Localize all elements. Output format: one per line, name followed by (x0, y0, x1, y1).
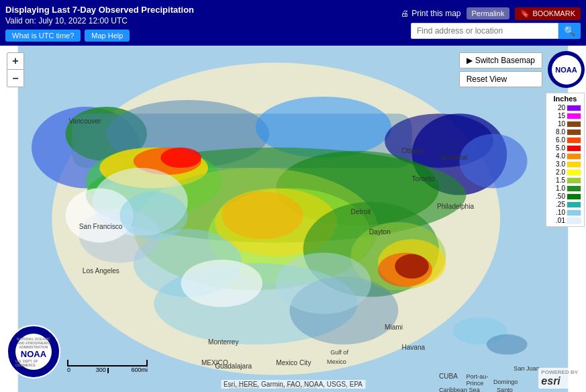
zoom-controls: + − (7, 52, 24, 87)
svg-text:Monterrey: Monterrey (208, 338, 239, 346)
switch-basemap-button[interactable]: ▶ Switch Basemap (459, 52, 542, 68)
svg-text:San Juan: San Juan (514, 365, 539, 372)
noaa-label: NOAA (555, 66, 577, 74)
svg-text:Los Angeles: Los Angeles (83, 267, 119, 275)
legend-color-swatch (567, 137, 581, 144)
arrow-icon: ▶ (467, 56, 473, 65)
bookmark-icon: 🔖 (520, 9, 530, 18)
legend-title: Inches (549, 95, 581, 103)
legend-items: 20 15 10 8.0 6.0 5.0 4.0 3.0 2.0 1.5 (549, 104, 581, 224)
svg-point-9 (459, 134, 527, 189)
noaa-circle: NATIONAL OCEANIC AND ATMOSPHERIC ADMINIS… (7, 325, 60, 379)
legend-value: 2.0 (549, 168, 567, 176)
scale-bar-midpoint (107, 368, 109, 373)
page-title: Displaying Last 7-Day Observed Precipita… (5, 5, 401, 15)
scale-label-0: 0 (67, 366, 70, 373)
legend-value: .25 (549, 201, 567, 208)
topbar-left: Displaying Last 7-Day Observed Precipita… (5, 5, 401, 42)
svg-point-15 (160, 148, 201, 168)
legend-value: 1.0 (549, 185, 567, 192)
legend-color-swatch (567, 201, 581, 208)
legend-value: 1.5 (549, 177, 567, 184)
svg-point-29 (276, 253, 371, 314)
noaa-inner: NOAA (552, 55, 581, 85)
topbar-actions: 🖨 Print this map Permalink 🔖 BOOKMARK (401, 7, 581, 20)
search-input[interactable] (411, 23, 558, 39)
legend-value: 10 (549, 120, 567, 128)
legend-color-swatch (567, 153, 581, 160)
svg-point-33 (120, 192, 188, 240)
search-button[interactable]: 🔍 (558, 23, 581, 39)
legend-row: 10 (549, 120, 581, 128)
legend-row: 2.0 (549, 168, 581, 176)
svg-text:Mexico: Mexico (327, 358, 346, 365)
topbar-buttons: What is UTC time? Map Help (5, 30, 401, 42)
legend-row: 6.0 (549, 136, 581, 144)
legend-value: .50 (549, 193, 567, 200)
legend-row: .01 (549, 217, 581, 224)
svg-text:Philadelphia: Philadelphia (437, 203, 474, 210)
legend-color-swatch (567, 209, 581, 216)
scale-label-300: 300 (96, 366, 106, 373)
legend-row: 15 (549, 112, 581, 119)
noaa-logo-bottom: NATIONAL OCEANIC AND ATMOSPHERIC ADMINIS… (7, 325, 60, 379)
svg-text:Havana: Havana (401, 344, 425, 351)
scale-bar-line (67, 360, 148, 366)
svg-text:Vancouver: Vancouver (69, 117, 101, 125)
svg-point-35 (487, 334, 528, 354)
legend-value: .10 (549, 209, 567, 216)
legend-color-swatch (567, 161, 581, 168)
svg-point-19 (222, 192, 303, 240)
legend-row: .10 (549, 209, 581, 216)
svg-text:Dayton: Dayton (369, 228, 391, 236)
svg-text:San Francisco: San Francisco (79, 223, 123, 230)
svg-point-24 (395, 254, 429, 279)
svg-text:Gulf of: Gulf of (330, 349, 348, 356)
scale-bar: 0 300 600mi (67, 360, 148, 373)
legend-row: 8.0 (549, 128, 581, 136)
map-help-button[interactable]: Map Help (85, 30, 130, 42)
legend-value: 15 (549, 112, 567, 119)
svg-text:Caribbean Sea: Caribbean Sea (439, 387, 481, 392)
legend: Inches 20 15 10 8.0 6.0 5.0 4.0 3.0 2.0 (546, 93, 585, 227)
svg-text:Santo: Santo (497, 387, 513, 392)
noaa-inner-bottom: NATIONAL OCEANIC AND ATMOSPHERIC ADMINIS… (15, 334, 52, 370)
legend-row: 3.0 (549, 160, 581, 168)
legend-color-swatch (567, 217, 581, 224)
svg-text:Domingo: Domingo (493, 379, 518, 385)
legend-color-swatch (567, 105, 581, 111)
reset-view-button[interactable]: Reset View (459, 71, 542, 87)
svg-text:Prince: Prince (467, 380, 484, 387)
svg-text:Montreal: Montreal (441, 154, 467, 161)
legend-color-swatch (567, 145, 581, 152)
zoom-out-button[interactable]: − (7, 70, 24, 87)
legend-color-swatch (567, 129, 581, 136)
svg-text:Ottawa: Ottawa (401, 147, 423, 154)
legend-value: 4.0 (549, 152, 567, 160)
topbar: Displaying Last 7-Day Observed Precipita… (0, 0, 586, 46)
esri-logo: POWERED BY esri (538, 368, 581, 389)
bookmark-button[interactable]: 🔖 BOOKMARK (515, 7, 581, 20)
legend-row: 4.0 (549, 152, 581, 160)
legend-color-swatch (567, 113, 581, 119)
map-container[interactable]: Vancouver San Francisco Los Angeles Otta… (0, 46, 586, 392)
scale-label-600: 600mi (131, 366, 148, 373)
legend-value: 20 (549, 104, 567, 111)
legend-value: 3.0 (549, 160, 567, 168)
legend-row: 20 (549, 104, 581, 111)
legend-value: 6.0 (549, 136, 567, 144)
legend-row: 1.5 (549, 177, 581, 184)
legend-row: 5.0 (549, 144, 581, 152)
svg-text:CUBA: CUBA (439, 373, 458, 380)
legend-value: 8.0 (549, 128, 567, 136)
svg-text:Mexico City: Mexico City (276, 359, 311, 366)
legend-color-swatch (567, 185, 581, 192)
legend-row: .25 (549, 201, 581, 208)
permalink-button[interactable]: Permalink (467, 7, 510, 19)
print-link[interactable]: 🖨 Print this map (401, 9, 460, 18)
svg-text:Detroit: Detroit (351, 208, 371, 215)
utc-time-button[interactable]: What is UTC time? (5, 30, 81, 42)
page-subtitle: Valid on: July 10, 2022 12:00 UTC (5, 16, 401, 26)
svg-text:MEXICO: MEXICO (201, 359, 228, 366)
zoom-in-button[interactable]: + (7, 52, 24, 70)
